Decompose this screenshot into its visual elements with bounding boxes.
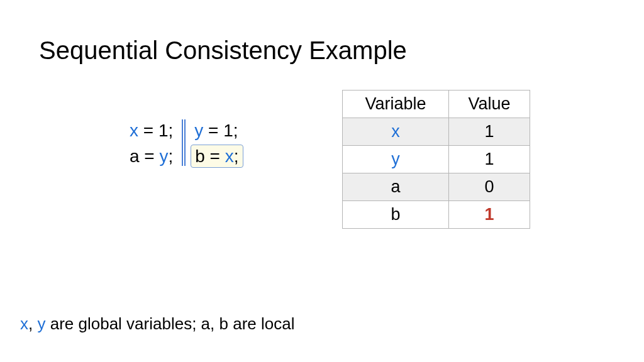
table-row: x1 — [343, 118, 530, 146]
parallel-divider — [182, 119, 186, 166]
var-y: y — [37, 314, 45, 333]
thread1-stmt1: x = 1; — [130, 119, 173, 141]
code-area: x = 1; a = y; y = 1; b = x; — [126, 119, 243, 167]
cell-value: 0 — [449, 173, 530, 201]
var-x: x — [225, 146, 234, 166]
var-x: x — [130, 121, 138, 140]
thread2-stmt1: y = 1; — [194, 119, 239, 141]
table-row: b1 — [343, 201, 530, 229]
footnote-text: are global variables; a, b are local — [45, 314, 294, 333]
header-variable: Variable — [343, 90, 449, 118]
var-y: y — [194, 121, 203, 140]
footnote-text: , — [28, 314, 37, 333]
variable-table: Variable Value x1y1a0b1 — [342, 90, 530, 229]
stmt-text: = 1; — [203, 121, 238, 140]
table-header-row: Variable Value — [343, 90, 530, 118]
cell-variable: a — [343, 173, 449, 201]
cell-variable: b — [343, 201, 449, 229]
table-row: a0 — [343, 173, 530, 201]
cell-value: 1 — [449, 118, 530, 146]
stmt-text: ; — [168, 146, 173, 166]
var-y: y — [159, 146, 168, 166]
table-row: y1 — [343, 146, 530, 173]
thread2-stmt2: b = x; — [194, 145, 239, 167]
header-value: Value — [449, 90, 530, 118]
stmt-text: = 1; — [138, 121, 173, 140]
cell-variable: y — [343, 146, 449, 173]
cell-variable: x — [343, 118, 449, 146]
stmt-text: a = — [130, 146, 159, 166]
highlighted-stmt: b = x; — [191, 145, 243, 168]
cell-value: 1 — [449, 146, 530, 173]
thread1-stmt2: a = y; — [130, 145, 173, 167]
thread1-column: x = 1; a = y; — [126, 119, 177, 167]
footnote: x, y are global variables; a, b are loca… — [20, 314, 294, 334]
stmt-text: ; — [234, 146, 239, 166]
cell-value: 1 — [449, 201, 530, 229]
slide-title: Sequential Consistency Example — [39, 36, 407, 65]
stmt-text: b = — [195, 146, 225, 166]
var-x: x — [20, 314, 28, 333]
thread2-column: y = 1; b = x; — [191, 119, 243, 167]
